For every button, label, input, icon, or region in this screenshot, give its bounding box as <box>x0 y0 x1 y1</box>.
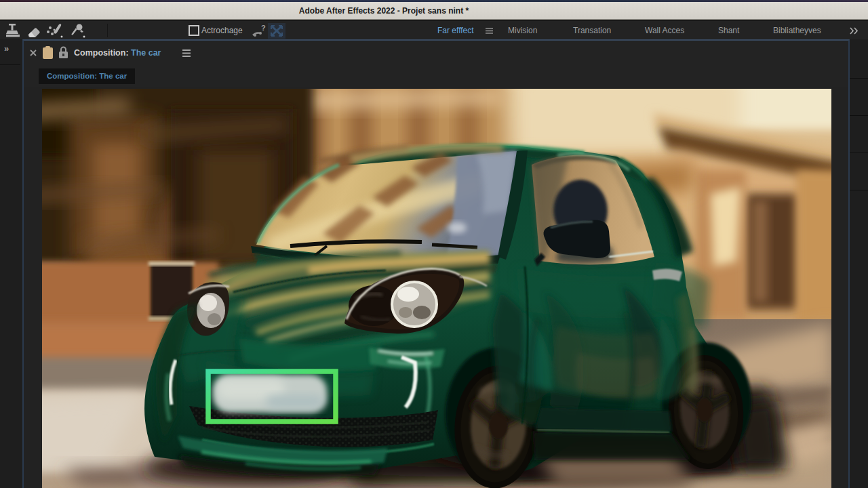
svg-text:?: ? <box>261 24 266 32</box>
